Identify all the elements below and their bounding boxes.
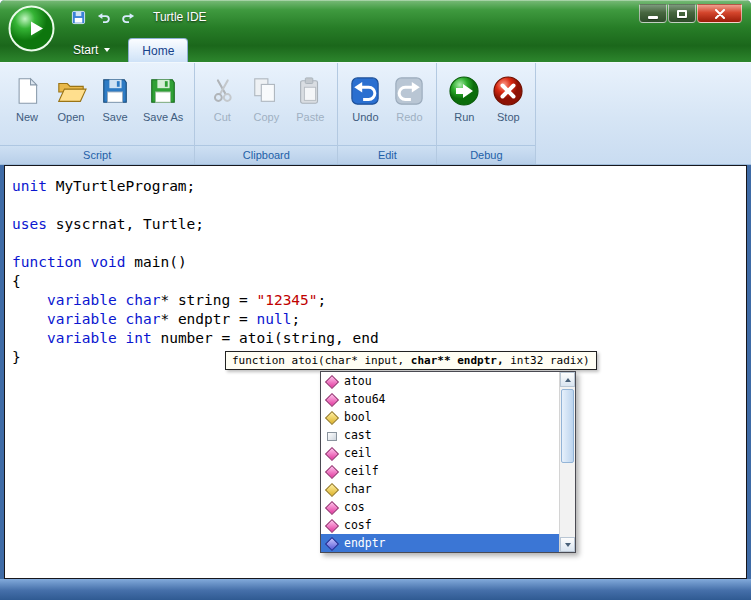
parameter-hint-tooltip: function atoi(char* input, char** endptr…	[225, 351, 597, 370]
ribbon-button-label: New	[16, 111, 38, 123]
autocomplete-scrollbar[interactable]	[559, 372, 575, 552]
open-button[interactable]: Open	[50, 68, 92, 145]
autocomplete-list: atouatou64boolcastceilceilfcharcoscosfen…	[321, 372, 559, 552]
autocomplete-item-label: cosf	[344, 518, 372, 532]
redo-button: Redo	[388, 68, 430, 145]
save-icon	[100, 73, 130, 108]
window-bottom-frame	[0, 579, 751, 600]
ribbon-group-label: Debug	[437, 145, 535, 164]
save-as-button[interactable]: Save As	[138, 68, 188, 145]
type-symbol-icon	[325, 483, 338, 496]
autocomplete-item-bool[interactable]: bool	[321, 408, 559, 426]
function-symbol-icon	[325, 393, 338, 406]
title-bar: Turtle IDE Start Home	[0, 0, 751, 62]
function-symbol-icon	[325, 519, 338, 532]
tab-home-label: Home	[142, 44, 174, 58]
code-area: unit MyTurtleProgram; uses syscrnat, Tur…	[5, 166, 746, 367]
ribbon-button-label: Undo	[352, 111, 378, 123]
quick-access-toolbar	[70, 9, 136, 25]
ribbon-group-edit: UndoRedoEdit	[338, 63, 437, 164]
minimize-button[interactable]	[639, 4, 667, 23]
save-button[interactable]: Save	[94, 68, 136, 145]
scrollbar-thumb[interactable]	[561, 389, 574, 463]
scroll-down-arrow-icon[interactable]	[560, 537, 575, 552]
quick-redo-button[interactable]	[120, 9, 136, 25]
autocomplete-item-label: cos	[344, 500, 365, 514]
minimize-icon	[648, 16, 658, 19]
maximize-button[interactable]	[668, 4, 696, 23]
new-button[interactable]: New	[6, 68, 48, 145]
autocomplete-item-endptr[interactable]: endptr	[321, 534, 559, 552]
code-line: function void main()	[12, 253, 746, 272]
autocomplete-item-char[interactable]: char	[321, 480, 559, 498]
ribbon-group-label: Script	[0, 145, 194, 164]
ribbon-group-script: NewOpenSaveSave AsScript	[0, 63, 195, 164]
ribbon-filler	[536, 63, 751, 164]
copy-button: Copy	[245, 68, 287, 145]
autocomplete-item-ceilf[interactable]: ceilf	[321, 462, 559, 480]
ribbon-group-label: Clipboard	[195, 145, 337, 164]
paste-icon	[295, 73, 325, 108]
redo-icon	[394, 73, 424, 108]
code-line: unit MyTurtleProgram;	[12, 177, 746, 196]
autocomplete-item-label: char	[344, 482, 372, 496]
scroll-up-arrow-icon[interactable]	[560, 372, 575, 387]
function-symbol-icon	[325, 465, 338, 478]
autocomplete-item-label: atou64	[344, 392, 386, 406]
variable-symbol-icon	[325, 537, 338, 550]
cut-button: Cut	[201, 68, 243, 145]
ribbon-button-label: Redo	[396, 111, 422, 123]
autocomplete-item-label: cast	[344, 428, 372, 442]
ribbon-group-label: Edit	[338, 145, 436, 164]
cast-symbol-icon	[325, 429, 338, 442]
autocomplete-popup: atouatou64boolcastceilceilfcharcoscosfen…	[320, 371, 576, 553]
tab-start-label: Start	[73, 43, 98, 57]
app-window: Turtle IDE Start Home NewOpenSaveSave As…	[0, 0, 751, 600]
app-menu-orb[interactable]	[8, 5, 55, 52]
run-icon	[448, 73, 480, 108]
close-icon	[714, 9, 726, 19]
undo-icon	[350, 73, 380, 108]
ribbon-button-label: Save	[102, 111, 127, 123]
autocomplete-item-cosf[interactable]: cosf	[321, 516, 559, 534]
paste-button: Paste	[289, 68, 331, 145]
ribbon-button-label: Stop	[497, 111, 520, 123]
quick-undo-button[interactable]	[95, 9, 111, 25]
copy-icon	[251, 73, 281, 108]
autocomplete-item-atou64[interactable]: atou64	[321, 390, 559, 408]
autocomplete-item-label: ceilf	[344, 464, 379, 478]
autocomplete-item-cos[interactable]: cos	[321, 498, 559, 516]
tab-start[interactable]: Start	[60, 38, 123, 62]
autocomplete-item-ceil[interactable]: ceil	[321, 444, 559, 462]
maximize-icon	[677, 10, 687, 18]
ribbon-group-clipboard: CutCopyPasteClipboard	[195, 63, 338, 164]
ribbon-button-label: Save As	[143, 111, 183, 123]
open-folder-icon	[55, 73, 87, 108]
tab-home[interactable]: Home	[128, 38, 188, 62]
stop-icon	[492, 73, 524, 108]
code-line	[12, 196, 746, 215]
autocomplete-item-atou[interactable]: atou	[321, 372, 559, 390]
window-title: Turtle IDE	[153, 10, 207, 24]
function-symbol-icon	[325, 501, 338, 514]
quick-save-button[interactable]	[70, 9, 86, 25]
stop-button[interactable]: Stop	[487, 68, 529, 145]
ribbon-group-debug: RunStopDebug	[437, 63, 536, 164]
function-symbol-icon	[325, 375, 338, 388]
autocomplete-item-cast[interactable]: cast	[321, 426, 559, 444]
code-editor[interactable]: unit MyTurtleProgram; uses syscrnat, Tur…	[4, 165, 747, 579]
autocomplete-item-label: bool	[344, 410, 372, 424]
chevron-down-icon	[104, 48, 110, 52]
code-line: variable int number = atoi(string, end	[12, 329, 746, 348]
code-line	[12, 234, 746, 253]
ribbon: NewOpenSaveSave AsScriptCutCopyPasteClip…	[0, 62, 751, 165]
undo-button[interactable]: Undo	[344, 68, 386, 145]
type-symbol-icon	[325, 411, 338, 424]
ribbon-button-label: Copy	[254, 111, 280, 123]
new-file-icon	[13, 73, 41, 108]
close-button[interactable]	[697, 4, 742, 23]
run-button[interactable]: Run	[443, 68, 485, 145]
autocomplete-item-label: endptr	[344, 536, 386, 550]
ribbon-button-label: Paste	[296, 111, 324, 123]
cut-icon	[209, 73, 235, 108]
